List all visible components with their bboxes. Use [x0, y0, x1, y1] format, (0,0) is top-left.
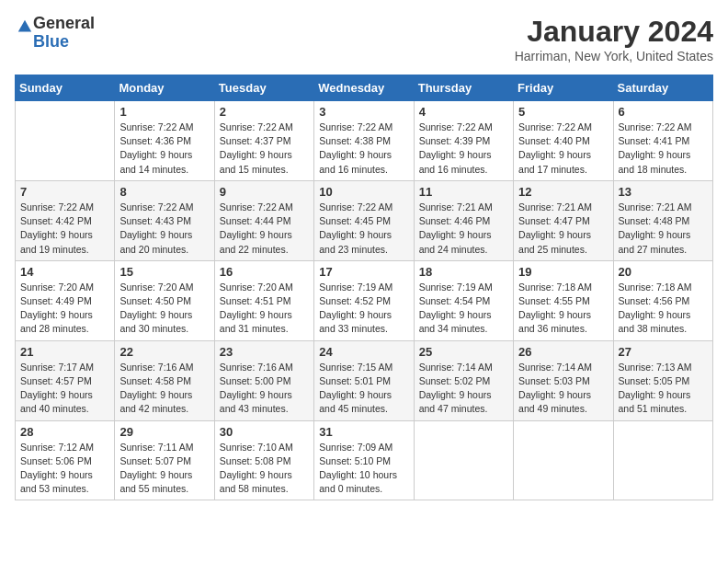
day-info: Sunrise: 7:18 AMSunset: 4:55 PMDaylight:… — [518, 281, 608, 337]
day-info: Sunrise: 7:19 AMSunset: 4:54 PMDaylight:… — [419, 281, 508, 337]
day-number: 9 — [220, 185, 309, 199]
day-info: Sunrise: 7:20 AMSunset: 4:49 PMDaylight:… — [20, 281, 109, 337]
day-number: 18 — [419, 265, 508, 279]
table-row — [414, 420, 513, 500]
day-number: 7 — [20, 185, 109, 199]
day-info: Sunrise: 7:11 AMSunset: 5:07 PMDaylight:… — [119, 441, 209, 497]
day-info: Sunrise: 7:22 AMSunset: 4:36 PMDaylight:… — [119, 121, 209, 177]
header-saturday: Saturday — [613, 75, 712, 101]
calendar-week-row: 21Sunrise: 7:17 AMSunset: 4:57 PMDayligh… — [16, 340, 713, 420]
logo: General Blue — [15, 15, 95, 52]
calendar-week-row: 14Sunrise: 7:20 AMSunset: 4:49 PMDayligh… — [16, 260, 713, 340]
day-number: 23 — [220, 345, 309, 359]
table-row: 17Sunrise: 7:19 AMSunset: 4:52 PMDayligh… — [314, 260, 414, 340]
calendar-week-row: 7Sunrise: 7:22 AMSunset: 4:42 PMDaylight… — [16, 180, 713, 260]
day-info: Sunrise: 7:22 AMSunset: 4:40 PMDaylight:… — [518, 121, 608, 177]
day-info: Sunrise: 7:17 AMSunset: 4:57 PMDaylight:… — [20, 361, 109, 417]
table-row — [16, 101, 115, 181]
day-number: 28 — [20, 425, 109, 439]
logo-blue: Blue — [33, 33, 95, 52]
table-row: 8Sunrise: 7:22 AMSunset: 4:43 PMDaylight… — [115, 180, 214, 260]
day-number: 22 — [119, 345, 209, 359]
table-row: 4Sunrise: 7:22 AMSunset: 4:39 PMDaylight… — [414, 101, 513, 181]
header-wednesday: Wednesday — [314, 75, 414, 101]
day-number: 16 — [220, 265, 309, 279]
day-info: Sunrise: 7:20 AMSunset: 4:50 PMDaylight:… — [119, 281, 209, 337]
table-row: 28Sunrise: 7:12 AMSunset: 5:06 PMDayligh… — [16, 420, 115, 500]
table-row: 9Sunrise: 7:22 AMSunset: 4:44 PMDaylight… — [214, 180, 313, 260]
day-number: 5 — [518, 105, 608, 119]
table-row: 18Sunrise: 7:19 AMSunset: 4:54 PMDayligh… — [414, 260, 513, 340]
day-number: 10 — [319, 185, 408, 199]
day-number: 4 — [419, 105, 508, 119]
day-info: Sunrise: 7:16 AMSunset: 4:58 PMDaylight:… — [119, 361, 209, 417]
day-info: Sunrise: 7:15 AMSunset: 5:01 PMDaylight:… — [319, 361, 408, 417]
day-info: Sunrise: 7:19 AMSunset: 4:52 PMDaylight:… — [319, 281, 408, 337]
day-info: Sunrise: 7:14 AMSunset: 5:02 PMDaylight:… — [419, 361, 508, 417]
day-info: Sunrise: 7:21 AMSunset: 4:46 PMDaylight:… — [419, 201, 508, 257]
logo-text: General Blue — [33, 15, 95, 52]
day-number: 13 — [619, 185, 708, 199]
day-number: 6 — [619, 105, 708, 119]
day-number: 20 — [619, 265, 708, 279]
day-info: Sunrise: 7:13 AMSunset: 5:05 PMDaylight:… — [619, 361, 708, 417]
day-info: Sunrise: 7:22 AMSunset: 4:44 PMDaylight:… — [220, 201, 309, 257]
day-info: Sunrise: 7:22 AMSunset: 4:41 PMDaylight:… — [619, 121, 708, 177]
header-sunday: Sunday — [16, 75, 115, 101]
day-number: 17 — [319, 265, 408, 279]
day-info: Sunrise: 7:22 AMSunset: 4:42 PMDaylight:… — [20, 201, 109, 257]
page-header: General Blue January 2024 Harriman, New … — [15, 15, 713, 63]
day-number: 19 — [518, 265, 608, 279]
table-row: 27Sunrise: 7:13 AMSunset: 5:05 PMDayligh… — [613, 340, 712, 420]
day-info: Sunrise: 7:22 AMSunset: 4:45 PMDaylight:… — [319, 201, 408, 257]
table-row: 24Sunrise: 7:15 AMSunset: 5:01 PMDayligh… — [314, 340, 414, 420]
table-row: 12Sunrise: 7:21 AMSunset: 4:47 PMDayligh… — [514, 180, 613, 260]
day-number: 30 — [220, 425, 309, 439]
table-row: 14Sunrise: 7:20 AMSunset: 4:49 PMDayligh… — [16, 260, 115, 340]
day-info: Sunrise: 7:22 AMSunset: 4:43 PMDaylight:… — [119, 201, 209, 257]
logo-icon — [17, 18, 33, 35]
header-thursday: Thursday — [414, 75, 513, 101]
calendar-week-row: 1Sunrise: 7:22 AMSunset: 4:36 PMDaylight… — [16, 101, 713, 181]
table-row: 16Sunrise: 7:20 AMSunset: 4:51 PMDayligh… — [214, 260, 313, 340]
logo-general: General — [33, 15, 95, 33]
table-row: 25Sunrise: 7:14 AMSunset: 5:02 PMDayligh… — [414, 340, 513, 420]
title-block: January 2024 Harriman, New York, United … — [515, 15, 713, 63]
location: Harriman, New York, United States — [515, 49, 713, 63]
day-info: Sunrise: 7:21 AMSunset: 4:47 PMDaylight:… — [518, 201, 608, 257]
day-number: 24 — [319, 345, 408, 359]
table-row: 29Sunrise: 7:11 AMSunset: 5:07 PMDayligh… — [115, 420, 214, 500]
day-number: 27 — [619, 345, 708, 359]
day-number: 29 — [119, 425, 209, 439]
day-info: Sunrise: 7:22 AMSunset: 4:37 PMDaylight:… — [220, 121, 309, 177]
day-number: 26 — [518, 345, 608, 359]
table-row: 3Sunrise: 7:22 AMSunset: 4:38 PMDaylight… — [314, 101, 414, 181]
table-row — [514, 420, 613, 500]
month-title: January 2024 — [515, 15, 713, 49]
table-row: 6Sunrise: 7:22 AMSunset: 4:41 PMDaylight… — [613, 101, 712, 181]
day-number: 31 — [319, 425, 408, 439]
calendar: Sunday Monday Tuesday Wednesday Thursday… — [15, 75, 713, 500]
svg-marker-0 — [18, 20, 31, 32]
table-row: 15Sunrise: 7:20 AMSunset: 4:50 PMDayligh… — [115, 260, 214, 340]
day-info: Sunrise: 7:21 AMSunset: 4:48 PMDaylight:… — [619, 201, 708, 257]
table-row: 31Sunrise: 7:09 AMSunset: 5:10 PMDayligh… — [314, 420, 414, 500]
day-info: Sunrise: 7:22 AMSunset: 4:38 PMDaylight:… — [319, 121, 408, 177]
day-number: 11 — [419, 185, 508, 199]
header-monday: Monday — [115, 75, 214, 101]
day-number: 2 — [220, 105, 309, 119]
table-row: 5Sunrise: 7:22 AMSunset: 4:40 PMDaylight… — [514, 101, 613, 181]
day-info: Sunrise: 7:14 AMSunset: 5:03 PMDaylight:… — [518, 361, 608, 417]
header-friday: Friday — [514, 75, 613, 101]
day-number: 25 — [419, 345, 508, 359]
weekday-header-row: Sunday Monday Tuesday Wednesday Thursday… — [16, 75, 713, 101]
table-row: 1Sunrise: 7:22 AMSunset: 4:36 PMDaylight… — [115, 101, 214, 181]
day-info: Sunrise: 7:20 AMSunset: 4:51 PMDaylight:… — [220, 281, 309, 337]
table-row — [613, 420, 712, 500]
day-info: Sunrise: 7:16 AMSunset: 5:00 PMDaylight:… — [220, 361, 309, 417]
day-number: 8 — [119, 185, 209, 199]
day-number: 1 — [119, 105, 209, 119]
day-number: 21 — [20, 345, 109, 359]
table-row: 22Sunrise: 7:16 AMSunset: 4:58 PMDayligh… — [115, 340, 214, 420]
table-row: 26Sunrise: 7:14 AMSunset: 5:03 PMDayligh… — [514, 340, 613, 420]
